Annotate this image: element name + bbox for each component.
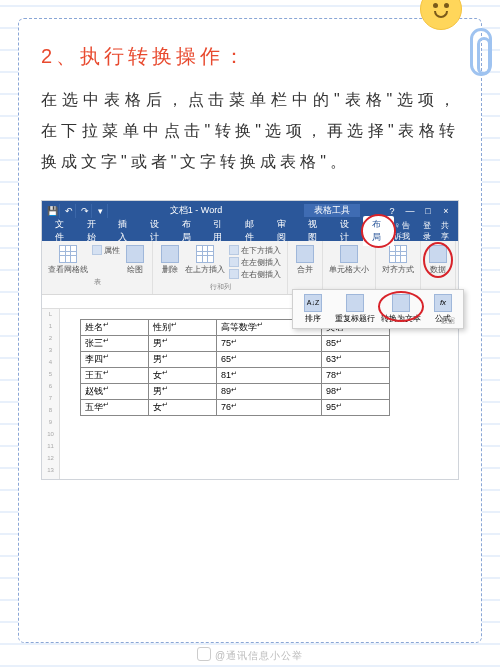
maximize-icon[interactable]: □ [422,206,434,216]
table-row[interactable]: 王五↵女↵81↵78↵ [81,367,390,383]
popout-group-label: 数据 [441,316,455,326]
ribbon-group-rows-cols: 删除 在上方插入 在下方插入 在左侧插入 在右侧插入 行和列 [153,241,288,294]
table-cell[interactable]: 张三↵ [81,335,149,351]
tell-me[interactable]: ♀ 告诉我 [394,220,417,242]
table-cell[interactable]: 李四↵ [81,351,149,367]
step-title: 2、执行转换操作： [41,43,459,70]
view-gridlines-label: 查看网格线 [48,264,88,275]
ruler-tick: 13 [47,467,54,473]
table-cell[interactable]: 98↵ [321,383,389,399]
ribbon-group-cellsize: 单元格大小 [323,241,376,294]
ribbon-group-table: 查看网格线 属性 绘图 表 [42,241,153,294]
group-label-table: 表 [94,277,101,287]
table-cell[interactable]: 95↵ [321,399,389,415]
data-table[interactable]: 姓名↵性别↵高等数学↵英语↵ 张三↵男↵75↵85↵李四↵男↵65↵63↵王五↵… [80,319,390,416]
ruler-tick: 3 [49,347,52,353]
insert-below-icon [229,245,239,255]
draw-button[interactable]: 绘图 [124,245,146,275]
ribbon: 查看网格线 属性 绘图 表 删除 在上方插入 在下 [42,241,458,295]
help-icon[interactable]: ? [386,206,398,216]
insert-above-button[interactable]: 在上方插入 [185,245,225,275]
ruler-tick: 11 [47,443,54,449]
vertical-ruler[interactable]: L123456789101112131415 [42,309,60,479]
grid-icon [59,245,77,263]
table-row[interactable]: 赵钱↵男↵89↵98↵ [81,383,390,399]
table-row[interactable]: 李四↵男↵65↵63↵ [81,351,390,367]
ruler-tick: 9 [49,419,52,425]
table-cell[interactable]: 85↵ [321,335,389,351]
cell-size-button[interactable]: 单元格大小 [329,245,369,275]
ribbon-group-merge: 合并 [288,241,323,294]
ruler-tick: 5 [49,371,52,377]
convert-icon [392,294,410,312]
table-cell[interactable]: 76↵ [216,399,321,415]
repeat-header-icon [346,294,364,312]
insert-right-icon [229,269,239,279]
insert-left-button[interactable]: 在左侧插入 [229,257,281,268]
sort-button[interactable]: A↓Z 排序 [297,294,329,324]
ruler-tick: L [49,311,52,317]
table-cell[interactable]: 王五↵ [81,367,149,383]
repeat-header-button[interactable]: 重复标题行 [335,294,375,324]
ruler-tick: 7 [49,395,52,401]
cell-size-icon [340,245,358,263]
table-cell[interactable]: 女↵ [148,399,216,415]
delete-icon [161,245,179,263]
insert-below-button[interactable]: 在下方插入 [229,245,281,256]
table-cell[interactable]: 赵钱↵ [81,383,149,399]
data-popout: A↓Z 排序 重复标题行 转换为文本 fx 公式 数据 [292,289,464,329]
paperclip-decoration [470,28,492,76]
table-cell[interactable]: 男↵ [148,351,216,367]
word-screenshot: 💾 ↶ ↷ ▾ 文档1 - Word 表格工具 ? — □ × 文件 开始 插入… [41,200,459,480]
ruler-tick: 4 [49,359,52,365]
ruler-tick: 8 [49,407,52,413]
login[interactable]: 登录 [423,220,434,242]
data-label: 数据 [430,264,446,275]
credit-watermark: @通讯信息小公举 [0,647,500,663]
view-gridlines-button[interactable]: 查看网格线 [48,245,88,275]
ruler-tick: 1 [49,323,52,329]
document-area: L123456789101112131415 姓名↵性别↵高等数学↵英语↵ 张三… [42,309,458,479]
share-button[interactable]: 共享 [441,220,452,242]
table-cell[interactable]: 女↵ [148,367,216,383]
properties-button[interactable]: 属性 [92,245,120,256]
ribbon-group-align: 对齐方式 [376,241,421,294]
table-cell[interactable]: 65↵ [216,351,321,367]
ruler-tick: 6 [49,383,52,389]
insert-left-icon [229,257,239,267]
table-header[interactable]: 姓名↵ [81,319,149,335]
table-row[interactable]: 张三↵男↵75↵85↵ [81,335,390,351]
ruler-tick: 10 [47,431,54,437]
table-cell[interactable]: 81↵ [216,367,321,383]
draw-icon [126,245,144,263]
note-paper: 2、执行转换操作： 在选中表格后，点击菜单栏中的"表格"选项，在下拉菜单中点击"… [18,18,482,643]
convert-to-text-button[interactable]: 转换为文本 [381,294,421,324]
table-cell[interactable]: 75↵ [216,335,321,351]
properties-icon [92,245,102,255]
data-button[interactable]: 数据 [427,245,449,275]
ribbon-group-data: 数据 [421,241,456,294]
merge-icon [296,245,314,263]
merge-button[interactable]: 合并 [294,245,316,275]
insert-right-button[interactable]: 在右侧插入 [229,269,281,280]
window-controls: ? — □ × [380,206,458,216]
table-row[interactable]: 五华↵女↵76↵95↵ [81,399,390,415]
table-cell[interactable]: 78↵ [321,367,389,383]
align-button[interactable]: 对齐方式 [382,245,414,275]
table-cell[interactable]: 63↵ [321,351,389,367]
tab-table-layout[interactable]: 布局 [363,216,395,246]
table-cell[interactable]: 男↵ [148,335,216,351]
draw-label: 绘图 [127,264,143,275]
delete-button[interactable]: 删除 [159,245,181,275]
ruler-tick: 2 [49,335,52,341]
table-cell[interactable]: 男↵ [148,383,216,399]
ruler-tick: 12 [47,455,54,461]
minimize-icon[interactable]: — [404,206,416,216]
close-icon[interactable]: × [440,206,452,216]
table-cell[interactable]: 89↵ [216,383,321,399]
group-label-rows-cols: 行和列 [210,282,231,292]
page: 姓名↵性别↵高等数学↵英语↵ 张三↵男↵75↵85↵李四↵男↵65↵63↵王五↵… [60,309,458,479]
table-header[interactable]: 性别↵ [148,319,216,335]
ribbon-tabs: 文件 开始 插入 设计 布局 引用 邮件 审阅 视图 设计 布局 ♀ 告诉我 登… [42,221,458,241]
table-cell[interactable]: 五华↵ [81,399,149,415]
